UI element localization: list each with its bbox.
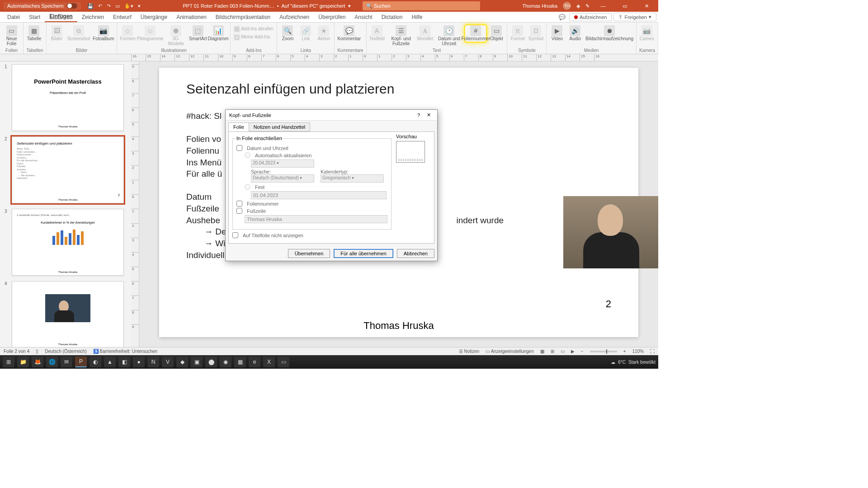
screenrec-button[interactable]: ⏺Bildschirmaufzeichnung	[585, 25, 633, 42]
view-sorter-icon[interactable]: ⊞	[551, 349, 554, 354]
textbox-button[interactable]: ATextfeld	[369, 25, 385, 42]
zoom-in-icon[interactable]: +	[623, 349, 626, 354]
autosave-switch[interactable]	[66, 3, 77, 9]
slide-title[interactable]: Seitenzahl einfügen und platzieren	[186, 81, 611, 97]
cancel-button[interactable]: Abbrechen	[397, 249, 434, 258]
new-slide-button[interactable]: ▭Neue Folie	[3, 25, 20, 46]
language-combo[interactable]: Deutsch (Deutschland) ▾	[251, 174, 314, 183]
auto-update-radio[interactable]	[245, 152, 250, 158]
display-settings-button[interactable]: ▭ Anzeigeeinstellungen	[486, 349, 533, 354]
thumb-2[interactable]: 2 Seitenzahl einfügen und platzieren #ha…	[5, 136, 127, 203]
zoom-slider[interactable]	[590, 351, 617, 352]
autosave-toggle[interactable]: Automatisches Speichern	[4, 2, 81, 9]
user-name[interactable]: Thomas Hruska	[522, 3, 557, 9]
task-app4[interactable]: ◆	[176, 357, 188, 367]
task-app6[interactable]: ◉	[220, 357, 231, 367]
apply-all-button[interactable]: Für alle übernehmen	[334, 249, 393, 258]
chart-button[interactable]: 📊Diagramm	[209, 25, 228, 42]
task-edge[interactable]: e	[249, 357, 260, 367]
dialog-close-button[interactable]: ✕	[424, 112, 434, 118]
hide-on-title-checkbox[interactable]	[232, 232, 238, 238]
audio-button[interactable]: 🔊Audio	[567, 25, 583, 42]
qat-more-icon[interactable]: ▾	[138, 3, 141, 9]
object-button[interactable]: ▭Objekt	[489, 25, 504, 42]
tab-dictation[interactable]: Dictation	[377, 12, 407, 22]
slide-thumbnails[interactable]: 1 PowerPoint Masterclass Präsentieren wi…	[0, 61, 131, 347]
status-language[interactable]: Deutsch (Österreich)	[45, 349, 86, 354]
icons-button[interactable]: ☺Piktogramme	[138, 25, 162, 42]
task-app3[interactable]: ●	[133, 357, 145, 367]
screenshot-button[interactable]: ⧉Screenshot	[67, 25, 90, 42]
status-accessibility[interactable]: ♿ Barrierefreiheit: Untersuchen	[93, 349, 158, 354]
task-explorer[interactable]: 📁	[17, 357, 29, 367]
dialog-help-button[interactable]: ?	[414, 113, 424, 118]
view-slideshow-icon[interactable]: ▶	[571, 349, 575, 354]
tab-uebergaenge[interactable]: Übergänge	[136, 12, 172, 22]
task-app8[interactable]: ▭	[278, 357, 289, 367]
header-footer-button[interactable]: ☰Kopf- und Fußzeile	[387, 25, 415, 46]
tab-zeichnen[interactable]: Zeichnen	[77, 12, 108, 22]
search-box[interactable]: 🔍 Suchen	[363, 1, 480, 10]
3d-button[interactable]: ⬢3D- Modelle	[165, 25, 187, 46]
fit-icon[interactable]: ⛶	[650, 349, 655, 354]
tab-ansicht[interactable]: Ansicht	[350, 12, 377, 22]
date-checkbox[interactable]	[236, 145, 242, 151]
touch-icon[interactable]: ✋▾	[124, 3, 133, 9]
task-chrome[interactable]: 🌐	[46, 357, 58, 367]
tab-bildschirm[interactable]: Bildschirmpräsentation	[211, 12, 275, 22]
task-outlook[interactable]: ✉	[61, 357, 72, 367]
tab-ueberpruefen[interactable]: Überprüfen	[314, 12, 350, 22]
tab-entwurf[interactable]: Entwurf	[108, 12, 136, 22]
undo-icon[interactable]: ↶	[98, 3, 102, 9]
video-button[interactable]: ▶Video	[549, 25, 565, 42]
diamond-icon[interactable]: ◈	[576, 3, 580, 9]
equation-button[interactable]: πFormel	[510, 25, 525, 42]
status-accessibility-icon[interactable]: ▯	[36, 349, 38, 354]
tab-datei[interactable]: Datei	[3, 12, 24, 22]
apply-button[interactable]: Übernehmen	[288, 249, 330, 258]
close-button[interactable]: ✕	[638, 3, 655, 9]
save-icon[interactable]: 💾	[87, 3, 94, 9]
minimize-button[interactable]: —	[595, 3, 611, 9]
calendar-combo[interactable]: Gregorianisch ▾	[321, 174, 384, 183]
task-app1[interactable]: ◐	[90, 357, 101, 367]
zoom-button[interactable]: 🔍Zoom	[280, 25, 295, 42]
zoom-value[interactable]: 110%	[632, 349, 644, 354]
shapes-button[interactable]: ◇Formen	[120, 25, 135, 42]
smartart-button[interactable]: ⬚SmartArt	[190, 25, 206, 42]
photoalbum-button[interactable]: 📷Fotoalbum	[93, 25, 114, 42]
view-reading-icon[interactable]: ▭	[561, 349, 565, 354]
thumb-4[interactable]: 4 Thomas Hruska	[5, 281, 127, 347]
pen-icon[interactable]: ✎	[585, 3, 590, 9]
action-button[interactable]: ★Aktion	[316, 25, 331, 42]
start-button[interactable]: ⊞	[3, 357, 14, 367]
images-button[interactable]: 🖼Bilder	[49, 25, 65, 42]
fixed-date-input[interactable]	[251, 191, 387, 199]
date-combo[interactable]: 20.04.2023 ▾	[251, 160, 314, 168]
task-vlc[interactable]: ▲	[104, 357, 116, 367]
task-app5[interactable]: ▣	[191, 357, 203, 367]
symbol-button[interactable]: ΩSymbol	[528, 25, 543, 42]
thumb-3[interactable]: 3 2 verkäufte Achsen (Primär, sekundär) …	[5, 209, 127, 276]
table-button[interactable]: ▦Tabelle	[26, 25, 42, 42]
fixed-radio[interactable]	[245, 184, 250, 190]
datetime-button[interactable]: 🕐Datum und Uhrzeit	[435, 25, 462, 46]
task-obs[interactable]: ⬤	[205, 357, 217, 367]
task-powerpoint[interactable]: P	[75, 357, 87, 367]
tab-einfuegen[interactable]: Einfügen	[45, 11, 77, 22]
task-visio[interactable]: V	[162, 357, 174, 367]
dialog-tab-notizen[interactable]: Notizen und Handzettel	[249, 122, 310, 131]
taskbar-weather[interactable]: ☁ 6°C Stark bewölkt	[611, 360, 656, 365]
notes-button[interactable]: ☰ Notizen	[459, 349, 480, 354]
tab-aufzeichnen[interactable]: Aufzeichnen	[275, 12, 314, 22]
tab-animationen[interactable]: Animationen	[172, 12, 211, 22]
zoom-out-icon[interactable]: −	[581, 349, 584, 354]
task-app2[interactable]: ◧	[118, 357, 130, 367]
comments-icon[interactable]: 💬	[559, 14, 566, 20]
task-app7[interactable]: ▦	[234, 357, 246, 367]
dialog-tab-folie[interactable]: Folie	[228, 122, 249, 131]
record-button[interactable]: Aufzeichnen	[569, 13, 612, 21]
get-addins-button[interactable]: ⊞Add-Ins abrufen	[233, 25, 274, 33]
redo-icon[interactable]: ↷	[107, 3, 111, 9]
task-excel[interactable]: X	[263, 357, 275, 367]
